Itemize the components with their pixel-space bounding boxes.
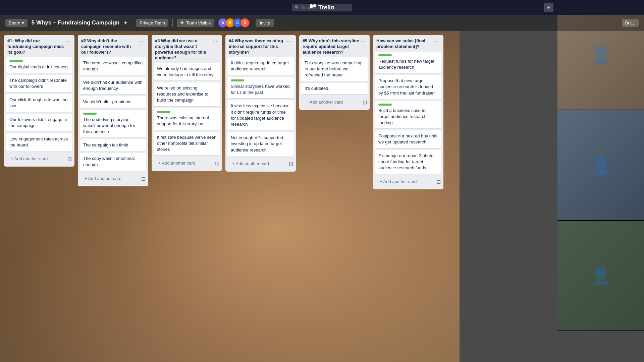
card-label-c1 bbox=[9, 60, 23, 62]
card-c17[interactable]: Similar storylines have worked for us in… bbox=[227, 77, 294, 98]
card-text-c24: Build a business case for target audienc… bbox=[378, 108, 438, 126]
add-card-row-list3: + Add another card⊡ bbox=[152, 157, 222, 171]
list-header-list1: #1: Why did our fundraising campaign mis… bbox=[4, 35, 74, 57]
add-card-row-list2: + Add another card⊡ bbox=[78, 173, 148, 186]
card-label-c17 bbox=[231, 79, 244, 81]
card-text-c20: This storyline was compelling to our tar… bbox=[305, 60, 364, 78]
list-header-list4: #4 Why was there existing internal suppo… bbox=[225, 35, 296, 57]
list-cards-list3: We already had images and video footage … bbox=[152, 63, 222, 158]
card-text-c4: Our followers didn't engage in the campa… bbox=[9, 117, 69, 129]
card-text-c16: It didn't require updated target audienc… bbox=[231, 60, 290, 72]
logo-text: Trello bbox=[318, 4, 334, 11]
list-menu-button-list5[interactable]: ··· bbox=[359, 38, 366, 44]
card-text-c8: We didn't offer premiums bbox=[83, 99, 143, 105]
card-c1[interactable]: Our digital leads didn't convert✎ bbox=[6, 57, 72, 73]
list-menu-button-list6[interactable]: ··· bbox=[433, 38, 440, 44]
header-divider-2 bbox=[172, 19, 173, 27]
card-c4[interactable]: Our followers didn't engage in the campa… bbox=[6, 114, 72, 131]
lists-container: #1: Why did our fundraising campaign mis… bbox=[0, 31, 460, 362]
add-card-button-list1[interactable]: + Add another card bbox=[7, 154, 64, 163]
add-template-button-list1[interactable]: ⊡ bbox=[66, 155, 73, 164]
card-c18[interactable]: It was less expensive because it didn't … bbox=[227, 100, 294, 130]
butler-button[interactable]: But... bbox=[622, 19, 639, 27]
card-c6[interactable]: The creative wasn't compelling enough✎ bbox=[80, 57, 146, 75]
eye-icon: 👁 bbox=[180, 20, 184, 25]
card-text-c19: Not enough VPs supported investing in up… bbox=[231, 135, 290, 153]
list-menu-button-list1[interactable]: ··· bbox=[64, 38, 71, 44]
card-c5[interactable]: Low engagement rates across the board✎ bbox=[6, 133, 72, 151]
add-card-button-list6[interactable]: + Add another card bbox=[376, 177, 433, 186]
card-c24[interactable]: Build a business case for target audienc… bbox=[375, 101, 441, 129]
card-c2[interactable]: The campaign didn't resonate with our fo… bbox=[6, 75, 72, 92]
card-text-c15: It felt safe because we've seen other no… bbox=[157, 134, 217, 153]
card-text-c5: Low engagement rates across the board bbox=[9, 136, 69, 148]
card-text-c13: We relied on existing resources and expe… bbox=[157, 85, 217, 104]
card-c3[interactable]: Our click-through rate was too low✎ bbox=[6, 94, 72, 112]
add-card-row-list5: + Add another card⊡ bbox=[299, 96, 370, 110]
add-template-button-list4[interactable]: ⊡ bbox=[287, 160, 294, 169]
add-card-button-list4[interactable]: + Add another card bbox=[229, 159, 285, 168]
add-card-button-list3[interactable]: + Add another card bbox=[155, 159, 212, 168]
video-panel-2: 👤 bbox=[557, 110, 644, 221]
list-cards-list5: This storyline was compelling to our tar… bbox=[299, 57, 370, 97]
list-cards-list6: Request funds for new target audience re… bbox=[373, 52, 443, 176]
card-c11[interactable]: The copy wasn't emotional enough✎ bbox=[80, 153, 146, 170]
card-c19[interactable]: Not enough VPs supported investing in up… bbox=[227, 132, 294, 156]
card-c14[interactable]: There was existing internal support for … bbox=[154, 108, 220, 130]
card-c7[interactable]: We didn't hit our audience with enough f… bbox=[80, 77, 146, 94]
list-menu-button-list2[interactable]: ··· bbox=[138, 38, 145, 44]
trello-logo: Trello bbox=[310, 4, 334, 11]
card-c26[interactable]: Exchange our round 2 photo shoot funding… bbox=[375, 150, 441, 174]
card-text-c17: Similar storylines have worked for us in… bbox=[231, 83, 290, 96]
add-template-button-list6[interactable]: ⊡ bbox=[435, 177, 442, 186]
add-template-button-list2[interactable]: ⊡ bbox=[140, 174, 147, 183]
video-panels: 👤 👤 👤 bbox=[557, 31, 644, 331]
card-c23[interactable]: Propose that new target audience researc… bbox=[375, 75, 441, 99]
list-list4: #4 Why was there existing internal suppo… bbox=[225, 35, 296, 172]
card-text-c23: Propose that new target audience researc… bbox=[378, 78, 438, 96]
person-silhouette-3: 👤 bbox=[557, 221, 644, 330]
card-c22[interactable]: Request funds for new target audience re… bbox=[375, 52, 441, 73]
card-c21[interactable]: It's outdated.✎ bbox=[301, 83, 368, 94]
card-text-c7: We didn't hit our audience with enough f… bbox=[83, 79, 143, 92]
add-button[interactable]: + bbox=[544, 3, 553, 12]
card-c16[interactable]: It didn't require updated target audienc… bbox=[227, 57, 294, 75]
board-header: Board ▾ 5 Whys – Fundraising Campaign ★ … bbox=[0, 15, 644, 31]
list-menu-button-list4[interactable]: ··· bbox=[285, 38, 292, 44]
avatar-3: D bbox=[240, 18, 250, 27]
team-badge: Private Team bbox=[136, 19, 168, 27]
list-cards-list1: Our digital leads didn't convert✎The cam… bbox=[4, 57, 74, 153]
card-label-c9 bbox=[83, 113, 97, 115]
star-icon[interactable]: ★ bbox=[123, 20, 128, 25]
card-text-c6: The creative wasn't compelling enough bbox=[83, 60, 143, 72]
card-c9[interactable]: The underlying storyline wasn't powerful… bbox=[80, 110, 146, 138]
avatar-group: ABCD bbox=[218, 18, 250, 27]
board-area: #1: Why did our fundraising campaign mis… bbox=[0, 31, 460, 362]
add-template-button-list3[interactable]: ⊡ bbox=[214, 159, 221, 168]
card-text-c10: The campaign felt timid bbox=[83, 142, 143, 148]
list-menu-button-list3[interactable]: ··· bbox=[212, 38, 219, 44]
card-c20[interactable]: This storyline was compelling to our tar… bbox=[301, 57, 368, 81]
card-c12[interactable]: We already had images and video footage … bbox=[154, 63, 220, 80]
top-bar: 🔍 Trello + bbox=[0, 0, 644, 15]
person-silhouette-1: 👤 bbox=[557, 31, 644, 110]
card-c8[interactable]: We didn't offer premiums✎ bbox=[80, 96, 146, 108]
card-label-c24 bbox=[378, 104, 392, 106]
card-text-c2: The campaign didn't resonate with our fo… bbox=[9, 77, 69, 89]
add-card-button-list2[interactable]: + Add another card bbox=[81, 174, 138, 183]
invite-button[interactable]: Invite bbox=[256, 19, 274, 27]
card-c10[interactable]: The campaign felt timid✎ bbox=[80, 139, 146, 151]
list-header-list3: #3 Why did we use a storyline that wasn'… bbox=[152, 35, 222, 63]
board-button[interactable]: Board ▾ bbox=[5, 19, 28, 27]
add-template-button-list5[interactable]: ⊡ bbox=[361, 98, 368, 107]
add-card-row-list4: + Add another card⊡ bbox=[225, 158, 296, 172]
card-text-c11: The copy wasn't emotional enough bbox=[83, 156, 143, 168]
card-c13[interactable]: We relied on existing resources and expe… bbox=[154, 82, 220, 106]
card-c15[interactable]: It felt safe because we've seen other no… bbox=[154, 132, 220, 156]
card-text-c22: Request funds for new target audience re… bbox=[378, 58, 438, 70]
list-title-list1: #1: Why did our fundraising campaign mis… bbox=[7, 38, 64, 55]
card-c25[interactable]: Postpone our next ad buy until we get up… bbox=[375, 130, 441, 148]
add-card-row-list1: + Add another card⊡ bbox=[4, 153, 74, 167]
card-text-c25: Postpone our next ad buy until we get up… bbox=[378, 133, 438, 145]
add-card-button-list5[interactable]: + Add another card bbox=[303, 98, 359, 107]
